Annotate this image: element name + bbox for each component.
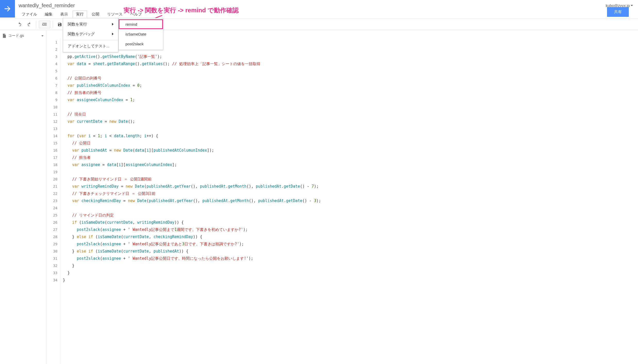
menu-edit[interactable]: 編集 bbox=[42, 11, 56, 18]
code-editor[interactable]: 1234567891011121314151617181920212223242… bbox=[47, 39, 638, 364]
dropdown-caret-icon bbox=[41, 35, 44, 37]
code-body[interactable]: pp.getActive().getSheetByName('記事一覧'); v… bbox=[63, 39, 638, 284]
file-name: コード.gs bbox=[8, 33, 24, 38]
redo-icon bbox=[27, 22, 32, 27]
project-title[interactable]: wantedly_feed_reminder bbox=[19, 3, 75, 8]
sidebar: コード.gs bbox=[0, 30, 46, 364]
undo-button[interactable] bbox=[15, 21, 24, 28]
file-item[interactable]: コード.gs bbox=[0, 32, 46, 39]
save-icon bbox=[57, 22, 62, 27]
indent-button[interactable] bbox=[39, 21, 50, 28]
menu-file[interactable]: ファイル bbox=[19, 11, 40, 18]
menu-test-addon-label: アドオンとしてテスト... bbox=[68, 44, 110, 49]
file-icon bbox=[3, 34, 6, 38]
svg-rect-0 bbox=[42, 23, 47, 23]
account-menu[interactable]: kubo@zyyx.jp bbox=[606, 3, 633, 8]
menu-view[interactable]: 表示 bbox=[57, 11, 71, 18]
share-button[interactable]: 共有 bbox=[607, 7, 629, 17]
undo-icon bbox=[17, 22, 22, 27]
submenu-item-remind[interactable]: remind bbox=[119, 19, 163, 29]
menu-resources[interactable]: リソース bbox=[104, 11, 126, 18]
submenu-arrow-icon bbox=[112, 33, 114, 35]
menu-run-function-label: 関数を実行 bbox=[68, 22, 87, 27]
indent-icon bbox=[42, 22, 47, 27]
menu-run[interactable]: 実行 bbox=[73, 11, 87, 18]
svg-rect-1 bbox=[44, 24, 47, 24]
caret-down-icon bbox=[631, 5, 633, 6]
redo-button[interactable] bbox=[25, 21, 33, 28]
annotation-text: 実行 -> 関数を実行 -> remind で動作確認 bbox=[124, 6, 239, 14]
submenu-item-post2slack[interactable]: post2slack bbox=[119, 39, 163, 49]
arrow-right-icon bbox=[3, 4, 12, 13]
menu-separator bbox=[63, 40, 118, 40]
back-button[interactable] bbox=[0, 0, 15, 18]
menu-publish[interactable]: 公開 bbox=[89, 11, 102, 18]
line-gutter: 1234567891011121314151617181920212223242… bbox=[47, 39, 60, 364]
submenu-item-isSameDate[interactable]: isSameDate bbox=[119, 29, 163, 39]
menu-run-function[interactable]: 関数を実行 bbox=[63, 19, 118, 29]
run-menu-dropdown: 関数を実行 関数をデバッグ アドオンとしてテスト... bbox=[63, 18, 118, 52]
account-email: kubo@zyyx.jp bbox=[606, 3, 630, 8]
submenu-arrow-icon bbox=[112, 23, 114, 25]
menu-test-addon[interactable]: アドオンとしてテスト... bbox=[63, 41, 118, 51]
menu-debug-function-label: 関数をデバッグ bbox=[68, 32, 95, 37]
svg-rect-2 bbox=[42, 25, 47, 26]
function-submenu: remind isSameDate post2slack bbox=[118, 18, 163, 50]
menu-debug-function[interactable]: 関数をデバッグ bbox=[63, 29, 118, 39]
